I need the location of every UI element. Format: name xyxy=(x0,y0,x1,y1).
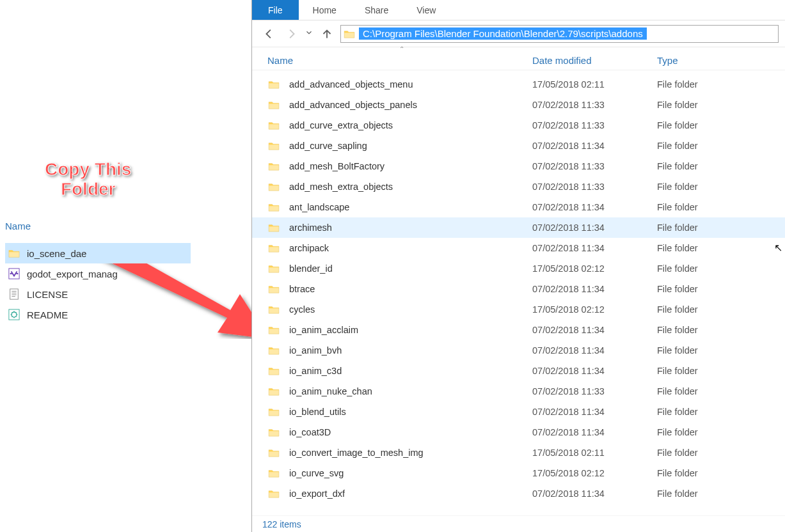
file-row[interactable]: io_anim_nuke_chan07/02/2018 11:33File fo… xyxy=(252,381,785,402)
file-name: archimesh xyxy=(289,223,332,233)
file-type: File folder xyxy=(652,468,785,478)
file-row[interactable]: io_export_dxf07/02/2018 11:34File folder xyxy=(252,483,785,504)
file-type: File folder xyxy=(652,161,785,171)
folder-icon xyxy=(267,262,280,275)
file-row[interactable]: io_coat3D07/02/2018 11:34File folder xyxy=(252,422,785,442)
folder-icon xyxy=(267,487,280,500)
file-type: File folder xyxy=(652,325,785,335)
file-date: 07/02/2018 11:34 xyxy=(527,489,652,499)
file-row[interactable]: ant_landscape07/02/2018 11:34File folder xyxy=(252,197,785,217)
file-type: File folder xyxy=(652,386,785,396)
file-row[interactable]: add_curve_extra_objects07/02/2018 11:33F… xyxy=(252,115,785,136)
folder-icon xyxy=(267,426,280,439)
file-row[interactable]: add_curve_sapling07/02/2018 11:34File fo… xyxy=(252,136,785,156)
file-date: 07/02/2018 11:34 xyxy=(527,202,652,212)
file-name: io_anim_bvh xyxy=(289,345,342,356)
file-type: File folder xyxy=(652,120,785,130)
source-item[interactable]: godot_export_manag xyxy=(5,263,191,284)
source-item[interactable]: LICENSE xyxy=(5,284,191,304)
file-row[interactable]: io_anim_bvh07/02/2018 11:34File folder xyxy=(252,340,785,361)
folder-icon xyxy=(267,242,280,254)
file-date: 07/02/2018 11:34 xyxy=(527,407,652,417)
file-row[interactable]: add_mesh_BoltFactory07/02/2018 11:33File… xyxy=(252,156,785,176)
file-name: archipack xyxy=(289,243,329,253)
folder-icon xyxy=(267,364,280,377)
file-name: io_anim_nuke_chan xyxy=(289,386,372,396)
file-row[interactable]: cycles17/05/2018 02:12File folder xyxy=(252,299,785,320)
column-header-type[interactable]: Type xyxy=(652,55,785,66)
source-item-label: README xyxy=(27,309,68,320)
file-row[interactable]: io_convert_image_to_mesh_img17/05/2018 0… xyxy=(252,442,785,463)
source-item[interactable]: README xyxy=(5,304,191,325)
explorer-window: File Home Share View C:\Program Files\Bl… xyxy=(251,0,785,532)
file-row[interactable]: add_advanced_objects_panels07/02/2018 11… xyxy=(252,95,785,115)
file-list[interactable]: add_advanced_objects_menu17/05/2018 02:1… xyxy=(252,74,785,514)
file-row[interactable]: io_anim_c3d07/02/2018 11:34File folder xyxy=(252,361,785,381)
file-type: File folder xyxy=(652,407,785,417)
file-name: add_curve_sapling xyxy=(289,141,367,151)
file-date: 17/05/2018 02:12 xyxy=(527,468,652,478)
file-row[interactable]: blender_id17/05/2018 02:12File folder xyxy=(252,258,785,279)
source-item-label: godot_export_manag xyxy=(27,269,118,279)
file-type: File folder xyxy=(652,284,785,294)
file-name: add_advanced_objects_menu xyxy=(289,79,413,90)
file-date: 07/02/2018 11:34 xyxy=(527,141,652,151)
sort-indicator-icon: ⌃ xyxy=(399,45,404,52)
file-name: cycles xyxy=(289,304,315,315)
folder-icon xyxy=(267,78,280,91)
file-row[interactable]: io_anim_acclaim07/02/2018 11:34File fold… xyxy=(252,320,785,340)
file-row[interactable]: add_mesh_extra_objects07/02/2018 11:33Fi… xyxy=(252,176,785,197)
file-name: add_mesh_BoltFactory xyxy=(289,161,385,171)
file-date: 07/02/2018 11:34 xyxy=(527,243,652,253)
folder-icon xyxy=(267,385,280,398)
file-row[interactable]: archimesh07/02/2018 11:34File folder xyxy=(252,217,785,238)
file-type: File folder xyxy=(652,304,785,315)
mouse-cursor-icon: ↖ xyxy=(774,242,782,254)
status-bar: 122 items xyxy=(252,515,785,532)
file-row[interactable]: io_curve_svg17/05/2018 02:12File folder xyxy=(252,463,785,483)
file-row[interactable]: btrace07/02/2018 11:34File folder xyxy=(252,279,785,299)
file-date: 17/05/2018 02:11 xyxy=(527,79,652,90)
file-type: File folder xyxy=(652,182,785,192)
folder-icon xyxy=(267,180,280,193)
left-column-header-name[interactable]: Name xyxy=(5,221,31,231)
column-header-date[interactable]: Date modified xyxy=(527,55,652,66)
source-item[interactable]: io_scene_dae xyxy=(5,243,191,263)
file-date: 17/05/2018 02:12 xyxy=(527,263,652,274)
file-type: File folder xyxy=(652,202,785,212)
file-date: 17/05/2018 02:12 xyxy=(527,304,652,315)
file-date: 07/02/2018 11:33 xyxy=(527,161,652,171)
address-bar[interactable]: C:\Program Files\Blender Foundation\Blen… xyxy=(340,25,779,43)
file-type: File folder xyxy=(652,243,785,253)
folder-icon xyxy=(267,344,280,357)
tab-file[interactable]: File xyxy=(252,0,299,20)
file-name: blender_id xyxy=(289,263,333,274)
nav-forward-button xyxy=(283,26,299,42)
file-row[interactable]: add_advanced_objects_menu17/05/2018 02:1… xyxy=(252,74,785,95)
file-type: File folder xyxy=(652,427,785,437)
file-row[interactable]: io_blend_utils07/02/2018 11:34File folde… xyxy=(252,402,785,422)
column-header-name[interactable]: Name xyxy=(252,55,527,66)
tab-home[interactable]: Home xyxy=(299,0,351,20)
nav-history-dropdown[interactable] xyxy=(305,28,313,39)
file-date: 07/02/2018 11:33 xyxy=(527,386,652,396)
folder-icon xyxy=(267,303,280,316)
folder-icon xyxy=(267,139,280,152)
tab-view[interactable]: View xyxy=(402,0,450,20)
navigation-bar: C:\Program Files\Blender Foundation\Blen… xyxy=(252,20,785,47)
tab-share[interactable]: Share xyxy=(351,0,402,20)
file-type: File folder xyxy=(652,366,785,376)
file-type: File folder xyxy=(652,448,785,458)
address-path-text[interactable]: C:\Program Files\Blender Foundation\Blen… xyxy=(359,27,647,40)
file-name: add_curve_extra_objects xyxy=(289,120,393,130)
file-name: io_anim_c3d xyxy=(289,366,342,376)
folder-icon xyxy=(267,446,280,459)
nav-up-button[interactable] xyxy=(319,26,335,42)
file-date: 17/05/2018 02:11 xyxy=(527,448,652,458)
file-type: File folder xyxy=(652,141,785,151)
file-name: btrace xyxy=(289,284,315,294)
file-name: ant_landscape xyxy=(289,202,349,212)
folder-icon xyxy=(267,160,280,173)
file-row[interactable]: archipack07/02/2018 11:34File folder xyxy=(252,238,785,258)
nav-back-button[interactable] xyxy=(261,26,278,42)
